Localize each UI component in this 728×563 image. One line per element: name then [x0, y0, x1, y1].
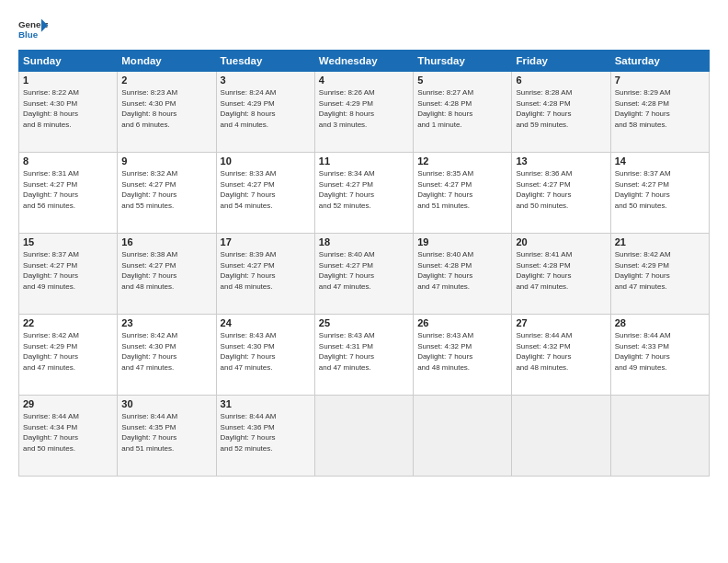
calendar-cell: 21Sunrise: 8:42 AM Sunset: 4:29 PM Dayli… — [610, 234, 709, 315]
day-header-wednesday: Wednesday — [314, 51, 413, 72]
cell-content: Sunrise: 8:43 AM Sunset: 4:30 PM Dayligh… — [221, 330, 311, 373]
calendar-cell: 23Sunrise: 8:42 AM Sunset: 4:30 PM Dayli… — [118, 315, 216, 396]
calendar-cell: 13Sunrise: 8:36 AM Sunset: 4:27 PM Dayli… — [512, 153, 610, 234]
day-number: 28 — [615, 317, 705, 328]
cell-content: Sunrise: 8:31 AM Sunset: 4:27 PM Dayligh… — [23, 168, 113, 211]
cell-content: Sunrise: 8:22 AM Sunset: 4:30 PM Dayligh… — [23, 87, 113, 130]
calendar-cell: 24Sunrise: 8:43 AM Sunset: 4:30 PM Dayli… — [216, 315, 314, 396]
day-number: 24 — [221, 317, 311, 328]
calendar-cell: 29Sunrise: 8:44 AM Sunset: 4:34 PM Dayli… — [19, 396, 118, 477]
day-number: 16 — [121, 236, 211, 247]
calendar-cell: 30Sunrise: 8:44 AM Sunset: 4:35 PM Dayli… — [118, 396, 216, 477]
day-number: 21 — [615, 236, 705, 247]
calendar-cell — [610, 396, 709, 477]
day-number: 14 — [615, 155, 705, 167]
cell-content: Sunrise: 8:36 AM Sunset: 4:27 PM Dayligh… — [516, 168, 606, 211]
day-number: 12 — [417, 155, 507, 167]
calendar-cell: 12Sunrise: 8:35 AM Sunset: 4:27 PM Dayli… — [414, 153, 512, 234]
day-number: 17 — [221, 236, 311, 247]
calendar-table: SundayMondayTuesdayWednesdayThursdayFrid… — [18, 50, 710, 477]
day-number: 27 — [516, 317, 606, 328]
day-number: 31 — [221, 398, 311, 409]
calendar-cell: 16Sunrise: 8:38 AM Sunset: 4:27 PM Dayli… — [118, 234, 216, 315]
cell-content: Sunrise: 8:40 AM Sunset: 4:27 PM Dayligh… — [319, 249, 409, 292]
logo: General Blue — [18, 17, 48, 42]
calendar-cell: 31Sunrise: 8:44 AM Sunset: 4:36 PM Dayli… — [216, 396, 314, 477]
calendar-cell: 22Sunrise: 8:42 AM Sunset: 4:29 PM Dayli… — [19, 315, 118, 396]
cell-content: Sunrise: 8:42 AM Sunset: 4:30 PM Dayligh… — [121, 330, 211, 373]
calendar-week-4: 22Sunrise: 8:42 AM Sunset: 4:29 PM Dayli… — [19, 315, 710, 396]
calendar-cell: 4Sunrise: 8:26 AM Sunset: 4:29 PM Daylig… — [314, 72, 413, 153]
calendar-cell: 5Sunrise: 8:27 AM Sunset: 4:28 PM Daylig… — [414, 72, 512, 153]
calendar-cell: 26Sunrise: 8:43 AM Sunset: 4:32 PM Dayli… — [414, 315, 512, 396]
day-number: 26 — [417, 317, 507, 328]
cell-content: Sunrise: 8:35 AM Sunset: 4:27 PM Dayligh… — [417, 168, 507, 211]
calendar-body: 1Sunrise: 8:22 AM Sunset: 4:30 PM Daylig… — [19, 72, 710, 477]
day-header-tuesday: Tuesday — [216, 51, 314, 72]
cell-content: Sunrise: 8:39 AM Sunset: 4:27 PM Dayligh… — [221, 249, 311, 292]
cell-content: Sunrise: 8:43 AM Sunset: 4:31 PM Dayligh… — [319, 330, 409, 373]
calendar-header-row: SundayMondayTuesdayWednesdayThursdayFrid… — [19, 51, 710, 72]
calendar-cell: 20Sunrise: 8:41 AM Sunset: 4:28 PM Dayli… — [512, 234, 610, 315]
calendar-cell: 11Sunrise: 8:34 AM Sunset: 4:27 PM Dayli… — [314, 153, 413, 234]
day-header-saturday: Saturday — [610, 51, 709, 72]
day-number: 10 — [221, 155, 311, 167]
calendar-cell: 7Sunrise: 8:29 AM Sunset: 4:28 PM Daylig… — [610, 72, 709, 153]
cell-content: Sunrise: 8:44 AM Sunset: 4:32 PM Dayligh… — [516, 330, 606, 373]
cell-content: Sunrise: 8:42 AM Sunset: 4:29 PM Dayligh… — [615, 249, 705, 292]
svg-text:Blue: Blue — [18, 29, 39, 40]
cell-content: Sunrise: 8:43 AM Sunset: 4:32 PM Dayligh… — [417, 330, 507, 373]
calendar-cell: 8Sunrise: 8:31 AM Sunset: 4:27 PM Daylig… — [19, 153, 118, 234]
calendar-week-5: 29Sunrise: 8:44 AM Sunset: 4:34 PM Dayli… — [19, 396, 710, 477]
day-number: 25 — [319, 317, 409, 328]
cell-content: Sunrise: 8:23 AM Sunset: 4:30 PM Dayligh… — [121, 87, 211, 130]
day-header-friday: Friday — [512, 51, 610, 72]
calendar-week-1: 1Sunrise: 8:22 AM Sunset: 4:30 PM Daylig… — [19, 72, 710, 153]
calendar-cell: 19Sunrise: 8:40 AM Sunset: 4:28 PM Dayli… — [414, 234, 512, 315]
cell-content: Sunrise: 8:29 AM Sunset: 4:28 PM Dayligh… — [615, 87, 705, 130]
day-number: 1 — [23, 75, 113, 86]
cell-content: Sunrise: 8:44 AM Sunset: 4:33 PM Dayligh… — [615, 330, 705, 373]
logo-icon: General Blue — [18, 17, 48, 42]
cell-content: Sunrise: 8:44 AM Sunset: 4:36 PM Dayligh… — [221, 411, 311, 454]
calendar-cell: 27Sunrise: 8:44 AM Sunset: 4:32 PM Dayli… — [512, 315, 610, 396]
day-number: 20 — [516, 236, 606, 247]
calendar-cell: 3Sunrise: 8:24 AM Sunset: 4:29 PM Daylig… — [216, 72, 314, 153]
calendar-cell: 17Sunrise: 8:39 AM Sunset: 4:27 PM Dayli… — [216, 234, 314, 315]
day-number: 13 — [516, 155, 606, 167]
calendar-cell: 14Sunrise: 8:37 AM Sunset: 4:27 PM Dayli… — [610, 153, 709, 234]
day-number: 7 — [615, 75, 705, 86]
calendar-cell — [512, 396, 610, 477]
cell-content: Sunrise: 8:33 AM Sunset: 4:27 PM Dayligh… — [221, 168, 311, 211]
day-number: 18 — [319, 236, 409, 247]
day-number: 19 — [417, 236, 507, 247]
cell-content: Sunrise: 8:26 AM Sunset: 4:29 PM Dayligh… — [319, 87, 409, 130]
calendar-cell: 25Sunrise: 8:43 AM Sunset: 4:31 PM Dayli… — [314, 315, 413, 396]
calendar-cell: 6Sunrise: 8:28 AM Sunset: 4:28 PM Daylig… — [512, 72, 610, 153]
calendar-cell — [314, 396, 413, 477]
cell-content: Sunrise: 8:34 AM Sunset: 4:27 PM Dayligh… — [319, 168, 409, 211]
day-header-sunday: Sunday — [19, 51, 118, 72]
calendar-cell: 18Sunrise: 8:40 AM Sunset: 4:27 PM Dayli… — [314, 234, 413, 315]
calendar-cell: 1Sunrise: 8:22 AM Sunset: 4:30 PM Daylig… — [19, 72, 118, 153]
cell-content: Sunrise: 8:27 AM Sunset: 4:28 PM Dayligh… — [417, 87, 507, 130]
calendar-cell: 15Sunrise: 8:37 AM Sunset: 4:27 PM Dayli… — [19, 234, 118, 315]
day-number: 15 — [23, 236, 113, 247]
day-number: 22 — [23, 317, 113, 328]
day-number: 29 — [23, 398, 113, 409]
cell-content: Sunrise: 8:41 AM Sunset: 4:28 PM Dayligh… — [516, 249, 606, 292]
calendar-week-3: 15Sunrise: 8:37 AM Sunset: 4:27 PM Dayli… — [19, 234, 710, 315]
day-number: 4 — [319, 75, 409, 86]
calendar-week-2: 8Sunrise: 8:31 AM Sunset: 4:27 PM Daylig… — [19, 153, 710, 234]
day-header-thursday: Thursday — [414, 51, 512, 72]
day-header-monday: Monday — [118, 51, 216, 72]
day-number: 9 — [121, 155, 211, 167]
day-number: 5 — [417, 75, 507, 86]
day-number: 6 — [516, 75, 606, 86]
calendar-cell: 9Sunrise: 8:32 AM Sunset: 4:27 PM Daylig… — [118, 153, 216, 234]
calendar-cell — [414, 396, 512, 477]
cell-content: Sunrise: 8:38 AM Sunset: 4:27 PM Dayligh… — [121, 249, 211, 292]
cell-content: Sunrise: 8:24 AM Sunset: 4:29 PM Dayligh… — [221, 87, 311, 130]
cell-content: Sunrise: 8:40 AM Sunset: 4:28 PM Dayligh… — [417, 249, 507, 292]
day-number: 2 — [121, 75, 211, 86]
